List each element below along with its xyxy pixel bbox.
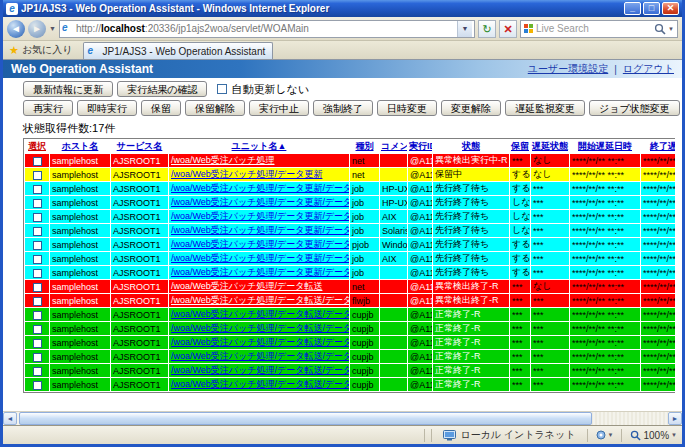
unit-name-link[interactable]: /woa/Web受注バッチ処理/データ転送/データ更新監視(東京) bbox=[171, 295, 349, 305]
row-checkbox[interactable] bbox=[33, 367, 42, 376]
column-header-link[interactable]: 状態 bbox=[462, 141, 480, 151]
column-header-link[interactable]: 種別 bbox=[356, 141, 374, 151]
column-header-link[interactable]: ホスト名 bbox=[62, 141, 99, 151]
toolbar-row-1: 最新情報に更新 実行結果の確認 自動更新しない bbox=[23, 81, 682, 97]
comment-cell bbox=[380, 266, 407, 279]
row-checkbox[interactable] bbox=[33, 185, 42, 194]
action-button-2[interactable]: 即時実行 bbox=[77, 100, 137, 116]
horizontal-scrollbar[interactable]: ◄ ► bbox=[3, 411, 682, 425]
unit-name-link[interactable]: /woa/Web受注バッチ処理/データ更新/データ更新(那覇) bbox=[171, 267, 349, 277]
column-header-link[interactable]: 選択 bbox=[28, 141, 46, 151]
action-button-6[interactable]: 強制終了 bbox=[313, 100, 373, 116]
unit-name-link[interactable]: /woa/Web受注バッチ処理/データ更新/データ更新(博多) bbox=[171, 183, 349, 193]
end-delay-cell: ****/**/** **:** bbox=[641, 154, 675, 167]
unit-name-link[interactable]: /woa/Web受注バッチ処理/データ転送/データ転送(名古屋) bbox=[171, 323, 349, 333]
protected-mode-pane[interactable]: ▼ bbox=[591, 430, 619, 440]
column-header-link[interactable]: サービス名 bbox=[117, 141, 163, 151]
search-magnifier-icon[interactable] bbox=[654, 23, 666, 35]
row-checkbox[interactable] bbox=[33, 297, 42, 306]
action-button-7[interactable]: 日時変更 bbox=[377, 100, 437, 116]
row-checkbox[interactable] bbox=[33, 255, 42, 264]
start-delay-cell: ****/**/** **:** bbox=[570, 196, 640, 209]
check-result-button[interactable]: 実行結果の確認 bbox=[117, 81, 207, 97]
scroll-left-icon[interactable]: ◄ bbox=[3, 412, 17, 425]
logout-link[interactable]: ログアウト bbox=[623, 62, 674, 76]
unit-name-link[interactable]: /woa/Web受注バッチ処理 bbox=[171, 155, 275, 165]
maximize-button[interactable]: □ bbox=[643, 2, 660, 15]
scroll-right-icon[interactable]: ► bbox=[668, 412, 682, 425]
search-dropdown-icon[interactable]: ▼ bbox=[668, 26, 674, 32]
history-dropdown-icon[interactable]: ▼ bbox=[49, 25, 56, 32]
action-button-8[interactable]: 変更解除 bbox=[441, 100, 501, 116]
row-checkbox[interactable] bbox=[33, 241, 42, 250]
column-header-link[interactable]: 開始遅延日時 bbox=[578, 141, 632, 151]
unit-name-link[interactable]: /woa/Web受注バッチ処理/データ転送/データ転送(博多) bbox=[171, 309, 349, 319]
unit-name-link[interactable]: /woa/Web受注バッチ処理/データ更新/データ更新(名古屋) bbox=[171, 197, 349, 207]
action-button-3[interactable]: 保留 bbox=[141, 100, 181, 116]
hold-cell: する bbox=[510, 238, 530, 251]
tab-title: JP1/AJS3 - Web Operation Assistant bbox=[103, 46, 266, 57]
search-input[interactable]: Live Search ▼ bbox=[520, 20, 678, 38]
column-header-link[interactable]: 実行ID bbox=[409, 141, 432, 151]
column-header-link[interactable]: ユニット名▲ bbox=[232, 141, 287, 151]
unit-name-link[interactable]: /woa/Web受注バッチ処理/データ更新 bbox=[171, 169, 322, 179]
unit-name-link[interactable]: /woa/Web受注バッチ処理/データ更新/データ更新(札幌) bbox=[171, 225, 349, 235]
protected-mode-dropdown-icon[interactable]: ▼ bbox=[608, 432, 614, 438]
back-button[interactable]: ◄ bbox=[7, 20, 25, 38]
favorites-button[interactable]: ★ お気に入り bbox=[7, 43, 77, 59]
close-button[interactable]: ✕ bbox=[662, 2, 679, 15]
row-checkbox[interactable] bbox=[33, 325, 42, 334]
row-checkbox[interactable] bbox=[33, 269, 42, 278]
address-dropdown-icon[interactable]: ▼ bbox=[457, 21, 472, 37]
start-delay-cell: ****/**/** **:** bbox=[570, 322, 640, 335]
start-delay-cell: ****/**/** **:** bbox=[570, 350, 640, 363]
table-row: samplehostAJSROOT1/woa/Web受注バッチ処理/データ更新/… bbox=[25, 238, 675, 251]
row-checkbox[interactable] bbox=[33, 353, 42, 362]
row-checkbox[interactable] bbox=[33, 213, 42, 222]
address-bar[interactable]: e http://localhost:20336/jp1ajs2woa/serv… bbox=[59, 20, 475, 38]
user-env-settings-link[interactable]: ユーザー環境設定 bbox=[528, 62, 608, 76]
unit-name-link[interactable]: /woa/Web受注バッチ処理/データ転送 bbox=[171, 281, 322, 291]
row-checkbox[interactable] bbox=[33, 227, 42, 236]
row-checkbox[interactable] bbox=[33, 339, 42, 348]
action-button-1[interactable]: 再実行 bbox=[23, 100, 73, 116]
table-row: samplehostAJSROOT1/woa/Web受注バッチ処理/データ転送/… bbox=[25, 308, 675, 321]
stop-icon[interactable]: ✕ bbox=[499, 20, 517, 38]
column-header-link[interactable]: 保留 bbox=[511, 141, 529, 151]
zoom-pane[interactable]: 100% ▼ bbox=[625, 430, 682, 441]
minimize-button[interactable]: _ bbox=[624, 2, 641, 15]
column-header-link[interactable]: 遅延状態 bbox=[532, 141, 568, 151]
service-cell: AJSROOT1 bbox=[111, 238, 168, 251]
table-row: samplehostAJSROOT1/woa/Web受注バッチ処理net@A11… bbox=[25, 154, 675, 167]
unit-name-link[interactable]: /woa/Web受注バッチ処理/データ更新/データ更新(大阪) bbox=[171, 211, 349, 221]
unit-name-link[interactable]: /woa/Web受注バッチ処理/データ更新/データ更新(東京) bbox=[171, 239, 349, 249]
host-cell: samplehost bbox=[50, 182, 110, 195]
action-button-4[interactable]: 保留解除 bbox=[185, 100, 245, 116]
scrollbar-thumb[interactable] bbox=[19, 412, 592, 425]
row-checkbox[interactable] bbox=[33, 157, 42, 166]
forward-button[interactable]: ► bbox=[28, 20, 46, 38]
unit-name-link[interactable]: /woa/Web受注バッチ処理/データ転送/データ転送(大阪) bbox=[171, 337, 349, 347]
unit-name-link[interactable]: /woa/Web受注バッチ処理/データ転送/データ転送(札幌) bbox=[171, 351, 349, 361]
column-header-link[interactable]: 終了遅延日時 bbox=[650, 141, 675, 151]
row-checkbox[interactable] bbox=[33, 283, 42, 292]
tab-active[interactable]: e JP1/AJS3 - Web Operation Assistant bbox=[83, 42, 273, 59]
row-checkbox[interactable] bbox=[33, 171, 42, 180]
row-checkbox[interactable] bbox=[33, 199, 42, 208]
column-header-link[interactable]: コメント bbox=[381, 141, 407, 151]
action-button-9[interactable]: 遅延監視変更 bbox=[505, 100, 585, 116]
unit-name-link[interactable]: /woa/Web受注バッチ処理/データ転送/データ転送(横浜) bbox=[171, 365, 349, 375]
action-button-10[interactable]: ジョブ状態変更 bbox=[589, 100, 680, 116]
action-button-5[interactable]: 実行中止 bbox=[249, 100, 309, 116]
start-delay-cell: ****/**/** **:** bbox=[570, 238, 640, 251]
exec-id-cell: @A113 bbox=[408, 322, 432, 335]
row-checkbox[interactable] bbox=[33, 311, 42, 320]
unit-name-link[interactable]: /woa/Web受注バッチ処理/データ転送/データ転送(那覇) bbox=[171, 379, 349, 389]
refresh-info-button[interactable]: 最新情報に更新 bbox=[23, 81, 113, 97]
scrollbar-track[interactable] bbox=[17, 412, 668, 425]
zoom-dropdown-icon[interactable]: ▼ bbox=[671, 432, 677, 438]
refresh-icon[interactable]: ↻ bbox=[478, 20, 496, 38]
row-checkbox[interactable] bbox=[33, 381, 42, 390]
unit-name-link[interactable]: /woa/Web受注バッチ処理/データ更新/データ更新(横浜) bbox=[171, 253, 349, 263]
auto-update-checkbox[interactable] bbox=[217, 84, 227, 94]
